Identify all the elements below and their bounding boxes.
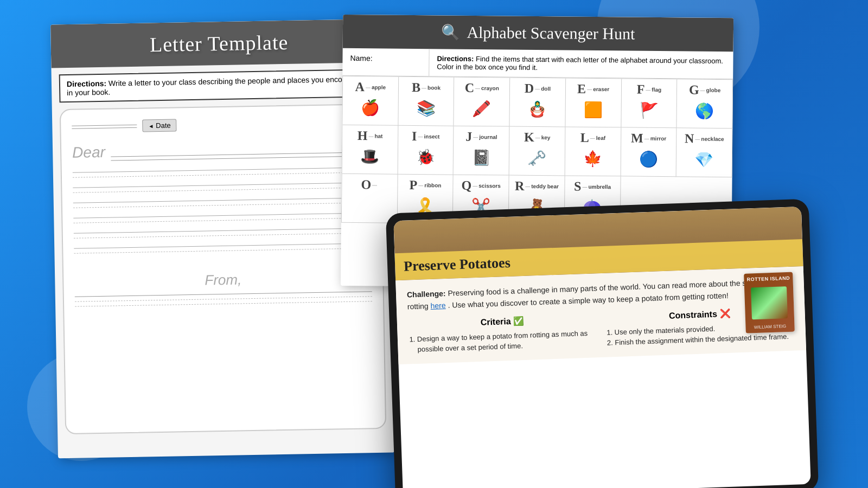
item-icon: 🎩 [360, 147, 379, 165]
item-name: scissors [478, 183, 501, 189]
alpha-cell-E: E — eraser 🟧 [565, 78, 622, 127]
alpha-cell-L: L — leaf 🍁 [565, 127, 621, 176]
dear-underlines [111, 152, 369, 160]
scavenger-hunt-title: Alphabet Scavenger Hunt [467, 23, 635, 43]
date-line-2 [72, 127, 137, 129]
dear-line: Dear [72, 139, 369, 162]
item-name: ribbon [424, 182, 441, 188]
alpha-cell-D: D — doll 🪆 [510, 78, 566, 127]
criteria-item-1: Design a way to keep a potato from rotti… [417, 328, 598, 355]
alpha-letter-row: K — key [524, 130, 551, 145]
alpha-cell-N: N — necklace 💎 [676, 128, 733, 177]
big-letter: C [465, 81, 475, 95]
from-lines [75, 291, 372, 307]
item-name: book [427, 85, 441, 91]
scavenger-directions-label: Directions: [437, 54, 474, 63]
big-letter: I [412, 129, 417, 144]
item-icon: 🗝️ [527, 149, 546, 167]
item-icon: 🚩 [639, 101, 658, 119]
writing-line-3 [73, 197, 371, 208]
alpha-cell-I: I — insect 🐞 [398, 126, 454, 175]
item-icon: 🪆 [528, 100, 547, 118]
big-letter: M [631, 131, 643, 146]
scavenger-directions: Directions: Find the items that start wi… [429, 49, 733, 79]
writing-line-1 [73, 167, 370, 178]
item-name: doll [541, 86, 551, 92]
alpha-letter-row: H — hat [358, 129, 383, 143]
big-letter: H [358, 129, 368, 143]
letter-template-header: Letter Template [50, 19, 387, 68]
item-name: insect [424, 133, 439, 139]
challenge-text: Challenge: Preserving food is a challeng… [407, 275, 794, 313]
letter-directions-label: Directions: [67, 79, 106, 88]
big-letter: O [361, 177, 371, 192]
item-icon: 📓 [472, 149, 491, 166]
alpha-letter-row: B — book [412, 80, 441, 95]
writing-line-6 [74, 243, 371, 254]
alpha-letter-row: D — doll [525, 81, 551, 96]
item-icon: 💎 [694, 151, 713, 169]
item-icon: 🟧 [584, 101, 603, 119]
big-letter: R [515, 179, 525, 194]
alpha-letter-row: S — umbrella [574, 179, 611, 195]
alpha-cell-K: K — key 🗝️ [509, 127, 565, 176]
item-name: necklace [701, 136, 724, 142]
date-area: Date [72, 115, 369, 133]
item-name: crayon [481, 85, 499, 91]
alpha-letter-row: E — eraser [577, 82, 609, 97]
alpha-cell-H: H — hat 🎩 [342, 125, 398, 175]
alpha-letter-row: F — flag [637, 82, 662, 97]
big-letter: J [465, 130, 472, 144]
alpha-letter-row: A — apple [355, 80, 386, 94]
alpha-cell-C: C — crayon 🖍️ [454, 78, 510, 127]
alpha-letter-row: Q — scissors [461, 178, 500, 194]
alpha-letter-row: M — mirror [631, 131, 666, 146]
big-letter: G [689, 82, 699, 97]
book-title: ROTTEN ISLAND [747, 275, 790, 282]
alpha-letter-row: J — journal [465, 130, 497, 145]
item-name: journal [479, 134, 497, 140]
writing-line-4 [73, 213, 371, 223]
item-name: globe [706, 87, 721, 93]
item-name: umbrella [588, 184, 611, 190]
writing-line-2 [73, 182, 370, 193]
alpha-letter-row: N — necklace [685, 131, 724, 146]
writing-line-5 [74, 228, 371, 239]
item-icon: 🍁 [583, 150, 602, 168]
name-box: Name: [342, 48, 429, 76]
item-icon: 🔵 [639, 150, 658, 168]
alpha-cell-J: J — journal 📓 [454, 126, 510, 176]
big-letter: D [525, 81, 534, 96]
letter-directions: Directions: Write a letter to your class… [59, 69, 381, 102]
tablet-screen: Preserve Potatoes Challenge: Preserving … [393, 207, 810, 488]
big-letter: P [410, 178, 418, 192]
challenge-label: Challenge: [407, 289, 446, 299]
letter-directions-text: Write a letter to your class describing … [67, 74, 368, 97]
from-section: From, [74, 269, 372, 307]
challenge-link[interactable]: here [430, 301, 446, 310]
tablet-device: Preserve Potatoes Challenge: Preserving … [386, 199, 819, 488]
item-name: flag [652, 87, 661, 93]
book-cover: ROTTEN ISLAND WILLIAM STEIG [744, 272, 795, 333]
alpha-letter-row: R — teddy bear [515, 179, 559, 194]
alpha-cell-A: A — apple 🍎 [342, 76, 398, 126]
alpha-letter-row: L — leaf [580, 131, 605, 145]
item-name: key [541, 134, 551, 140]
alpha-letter-row: C — crayon [465, 81, 499, 96]
alpha-cell-O: O — [342, 174, 398, 223]
item-name: apple [372, 84, 386, 90]
alpha-cell-M: M — mirror 🔵 [621, 127, 677, 177]
item-icon: 🍎 [361, 99, 380, 117]
item-icon: 🖍️ [472, 100, 491, 118]
book-image [751, 286, 788, 319]
big-letter: Q [461, 178, 471, 193]
alpha-letter-row: P — ribbon [410, 178, 442, 193]
big-letter: L [580, 131, 589, 145]
scavenger-directions-text: Find the items that start with each lett… [437, 55, 723, 72]
item-name: leaf [596, 135, 605, 141]
big-letter: N [685, 131, 694, 146]
criteria-constraints-section: Criteria ✅ Design a way to keep a potato… [408, 306, 795, 355]
date-line-1 [72, 124, 137, 126]
dear-text: Dear [72, 144, 105, 162]
big-letter: S [574, 179, 582, 194]
